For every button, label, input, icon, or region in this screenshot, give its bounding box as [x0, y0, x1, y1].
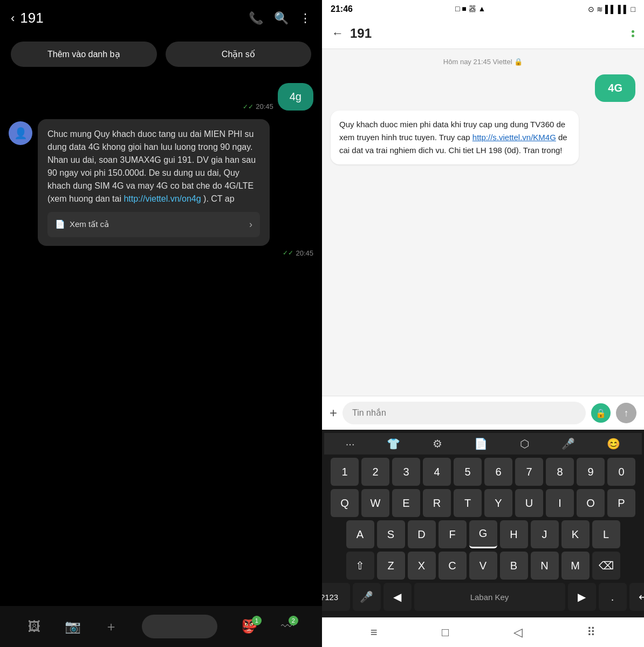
camera-icon[interactable]: 📷 — [65, 619, 81, 634]
kb-key-u[interactable]: U — [515, 489, 543, 517]
kb-key-x[interactable]: X — [408, 552, 436, 580]
kb-key-m[interactable]: M — [561, 552, 590, 580]
kb-row-bottom: ?123 🎤 ◀ Laban Key ▶ . ↵ — [326, 583, 640, 611]
kb-key-7[interactable]: 7 — [515, 458, 543, 486]
kb-tool-mic[interactable]: 🎤 — [561, 437, 575, 450]
kb-key-t[interactable]: T — [454, 489, 482, 517]
kb-key-s[interactable]: S — [377, 520, 405, 548]
kb-key-3[interactable]: 3 — [392, 458, 420, 486]
phone-icon[interactable]: 📞 — [249, 11, 263, 25]
kb-key-8[interactable]: 8 — [546, 458, 574, 486]
mask-icon-wrapper[interactable]: 👺 1 — [241, 619, 257, 634]
more-options-button[interactable] — [632, 30, 634, 37]
kb-key-5[interactable]: 5 — [454, 458, 482, 486]
right-input-area: + 🔒 ↑ — [322, 396, 644, 430]
kb-key-y[interactable]: Y — [484, 489, 512, 517]
right-sent-bubble: 4G — [595, 74, 635, 102]
add-contact-button[interactable]: Thêm vào danh bạ — [11, 42, 157, 67]
kb-key-left[interactable]: ◀ — [383, 583, 412, 611]
kb-key-right[interactable]: ▶ — [568, 583, 596, 611]
right-received-text: Quy khach duoc mien phi data khi truy ca… — [339, 120, 567, 155]
kb-tool-emoji[interactable]: 😊 — [607, 437, 620, 450]
kb-key-r[interactable]: R — [423, 489, 451, 517]
kb-tool-hex[interactable]: ⬡ — [520, 437, 529, 450]
received-text: Chuc mung Quy khach duoc tang uu dai MIE… — [47, 129, 256, 203]
status-icons-right: ⊙ ≋ ▌▌ ▌▌ □ — [588, 5, 635, 13]
kb-key-e[interactable]: E — [392, 489, 420, 517]
kb-key-i[interactable]: I — [546, 489, 574, 517]
search-icon[interactable]: 🔍 — [274, 11, 289, 25]
add-icon[interactable]: ＋ — [105, 618, 118, 635]
right-message-link[interactable]: http://s.viettel.vn/KM4G — [472, 133, 556, 142]
kb-key-l[interactable]: L — [592, 520, 620, 548]
gallery-icon[interactable]: 🖼 — [28, 619, 41, 634]
right-message-area: Hôm nay 21:45 Viettel 🔒 4G Quy khach duo… — [322, 49, 644, 396]
message-input[interactable] — [342, 402, 586, 424]
received-timestamp: 20:45 — [38, 249, 313, 257]
back-nav-icon[interactable]: ◁ — [513, 625, 523, 639]
kb-key-dot[interactable]: . — [599, 583, 627, 611]
kb-key-space[interactable]: Laban Key — [414, 583, 565, 611]
send-button[interactable]: ↑ — [616, 403, 636, 423]
kb-key-enter[interactable]: ↵ — [629, 583, 645, 611]
right-received-bubble: Quy khach duoc mien phi data khi truy ca… — [331, 111, 579, 164]
notification-icons: □ ■ 器 ▲ — [455, 4, 485, 14]
kb-key-a[interactable]: A — [346, 520, 374, 548]
kb-key-q[interactable]: Q — [331, 489, 359, 517]
kb-key-9[interactable]: 9 — [577, 458, 605, 486]
status-bar: 21:46 □ ■ 器 ▲ ⊙ ≋ ▌▌ ▌▌ □ — [322, 0, 644, 18]
kb-key-f[interactable]: F — [439, 520, 467, 548]
right-sent-wrapper: 4G — [331, 74, 635, 102]
see-all-label: Xem tất cả — [70, 218, 109, 231]
kb-tool-doc[interactable]: 📄 — [474, 437, 488, 450]
kb-key-1[interactable]: 1 — [331, 458, 359, 486]
kb-key-0[interactable]: 0 — [607, 458, 635, 486]
badge-1: 1 — [252, 616, 262, 625]
kb-key-d[interactable]: D — [408, 520, 436, 548]
apps-icon[interactable]: ⠿ — [587, 625, 595, 639]
block-button[interactable]: Chặn số — [166, 42, 312, 67]
kb-key-z[interactable]: Z — [377, 552, 405, 580]
kb-key-2[interactable]: 2 — [361, 458, 389, 486]
home-icon[interactable]: □ — [442, 625, 449, 639]
kb-key-4[interactable]: 4 — [423, 458, 451, 486]
kb-row-zxcv: ⇧ Z X C V B N M ⌫ — [326, 552, 640, 580]
kb-key-o[interactable]: O — [577, 489, 605, 517]
system-icons: ⊙ ≋ ▌▌ ▌▌ □ — [588, 5, 635, 13]
kb-key-g[interactable]: G — [469, 520, 497, 548]
message-link[interactable]: http://viettel.vn/on4g — [124, 194, 201, 203]
kb-key-shift[interactable]: ⇧ — [346, 552, 374, 580]
menu-icon[interactable]: ≡ — [371, 625, 378, 639]
left-message-area: 20:45 4g 👤 Chuc mung Quy khach duoc tang… — [0, 78, 322, 606]
kb-tool-shirt[interactable]: 👕 — [387, 437, 400, 450]
kb-row-qwerty: Q W E R T Y U I O P — [326, 489, 640, 517]
kb-key-v[interactable]: V — [469, 552, 497, 580]
kb-key-backspace[interactable]: ⌫ — [592, 552, 620, 580]
kb-key-h[interactable]: H — [500, 520, 528, 548]
kb-key-n[interactable]: N — [531, 552, 559, 580]
kb-key-6[interactable]: 6 — [484, 458, 512, 486]
kb-key-w[interactable]: W — [361, 489, 389, 517]
kb-tool-settings[interactable]: ⚙ — [433, 437, 442, 450]
kb-key-mic-bottom[interactable]: 🎤 — [353, 583, 381, 611]
kb-key-c[interactable]: C — [439, 552, 467, 580]
plus-button[interactable]: + — [330, 405, 337, 421]
chevron-right-icon: › — [249, 217, 252, 232]
keyboard-toolbar: ··· 👕 ⚙ 📄 ⬡ 🎤 😊 — [324, 433, 642, 455]
keyboard: ··· 👕 ⚙ 📄 ⬡ 🎤 😊 1 2 3 4 5 6 7 8 9 0 Q — [322, 430, 644, 617]
left-bottom-nav: 🖼 📷 ＋ 👺 1 〰 2 — [0, 606, 322, 647]
right-panel: 21:46 □ ■ 器 ▲ ⊙ ≋ ▌▌ ▌▌ □ ← 191 Hôm nay … — [322, 0, 644, 647]
kb-row-asdf: A S D F G H J K L — [326, 520, 640, 548]
kb-key-k[interactable]: K — [561, 520, 590, 548]
sticker-icon[interactable]: 🔒 — [591, 403, 611, 423]
right-back-icon[interactable]: ← — [332, 26, 344, 40]
kb-key-j[interactable]: J — [531, 520, 559, 548]
see-all-bar[interactable]: 📄 Xem tất cả › — [47, 212, 260, 237]
kb-key-p[interactable]: P — [607, 489, 635, 517]
kb-tool-grid[interactable]: ··· — [346, 438, 355, 450]
back-icon[interactable]: ‹ — [11, 11, 15, 25]
more-icon[interactable]: ⋮ — [299, 11, 311, 25]
kb-key-b[interactable]: B — [500, 552, 528, 580]
action-buttons: Thêm vào danh bạ Chặn số — [0, 36, 322, 78]
wave-icon-wrapper[interactable]: 〰 2 — [281, 619, 294, 634]
